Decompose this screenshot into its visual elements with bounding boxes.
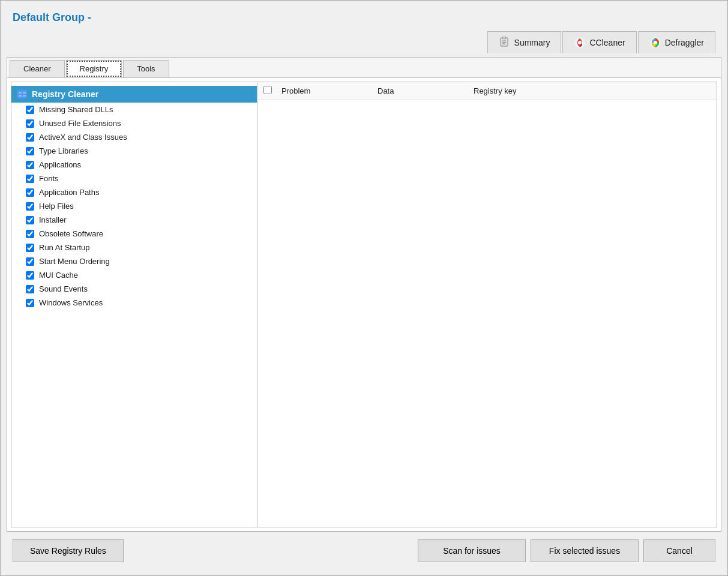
problem-column-header: Problem: [281, 86, 378, 95]
label-windows-services: Windows Services: [39, 298, 103, 307]
select-all-checkbox[interactable]: [263, 86, 272, 94]
svg-rect-10: [19, 92, 22, 94]
tab-ccleaner-label: CCleaner: [589, 38, 625, 47]
nav-tab-registry[interactable]: Registry: [66, 60, 122, 77]
checkbox-obsolete-software[interactable]: [26, 230, 34, 238]
checkbox-windows-services[interactable]: [26, 299, 34, 307]
results-body: [257, 100, 717, 527]
label-unused-file-extensions: Unused File Extensions: [39, 119, 121, 128]
content-area: Registry Cleaner Missing Shared DLLsUnus…: [11, 82, 717, 527]
tab-summary[interactable]: Summary: [487, 31, 562, 53]
registry-item-unused-file-extensions[interactable]: Unused File Extensions: [11, 116, 257, 130]
label-run-at-startup: Run At Startup: [39, 243, 90, 252]
registry-item-applications[interactable]: Applications: [11, 158, 257, 172]
svg-point-6: [578, 41, 582, 44]
svg-rect-13: [23, 95, 26, 97]
label-sound-events: Sound Events: [39, 284, 88, 293]
label-type-libraries: Type Libraries: [39, 146, 88, 155]
registry-item-fonts[interactable]: Fonts: [11, 172, 257, 185]
svg-rect-12: [19, 95, 22, 97]
scan-for-issues-button[interactable]: Scan for issues: [418, 539, 526, 562]
registry-item-start-menu-ordering[interactable]: Start Menu Ordering: [11, 254, 257, 268]
label-activex-class-issues: ActiveX and Class Issues: [39, 133, 127, 142]
registry-items-list: Missing Shared DLLsUnused File Extension…: [11, 103, 257, 310]
checkbox-mui-cache[interactable]: [26, 271, 34, 280]
label-mui-cache: MUI Cache: [39, 271, 78, 280]
registry-cleaner-icon: [16, 88, 28, 100]
fix-selected-issues-button[interactable]: Fix selected issues: [531, 539, 639, 562]
regkey-column-header: Registry key: [474, 86, 711, 95]
label-obsolete-software: Obsolete Software: [39, 229, 103, 238]
checkbox-start-menu-ordering[interactable]: [26, 257, 34, 266]
label-applications: Applications: [39, 160, 81, 169]
clipboard-icon: [499, 37, 511, 49]
defraggler-icon: [649, 37, 661, 49]
label-help-files: Help Files: [39, 202, 74, 211]
checkbox-help-files[interactable]: [26, 202, 34, 211]
checkbox-activex-class-issues[interactable]: [26, 133, 34, 142]
footer-bar: Save Registry Rules Scan for issues Fix …: [7, 532, 721, 569]
svg-rect-11: [23, 92, 26, 94]
checkbox-application-paths[interactable]: [26, 188, 34, 197]
registry-item-type-libraries[interactable]: Type Libraries: [11, 144, 257, 158]
registry-item-sound-events[interactable]: Sound Events: [11, 282, 257, 296]
nav-tab-tools[interactable]: Tools: [123, 60, 169, 77]
main-content: Cleaner Registry Tools: [7, 57, 721, 532]
registry-item-application-paths[interactable]: Application Paths: [11, 185, 257, 199]
checkbox-fonts[interactable]: [26, 175, 34, 183]
tab-summary-label: Summary: [514, 38, 550, 47]
label-start-menu-ordering: Start Menu Ordering: [39, 257, 110, 266]
checkbox-sound-events[interactable]: [26, 285, 34, 293]
checkbox-type-libraries[interactable]: [26, 147, 34, 155]
results-header: Problem Data Registry key: [257, 82, 717, 100]
registry-item-installer[interactable]: Installer: [11, 213, 257, 227]
nav-tab-cleaner[interactable]: Cleaner: [10, 60, 65, 77]
tab-defraggler-label: Defraggler: [665, 38, 704, 47]
checkbox-installer[interactable]: [26, 216, 34, 224]
registry-item-help-files[interactable]: Help Files: [11, 199, 257, 213]
nav-tab-bar: Cleaner Registry Tools: [7, 58, 721, 78]
checkbox-run-at-startup[interactable]: [26, 244, 34, 252]
checkbox-applications[interactable]: [26, 161, 34, 169]
app-window: Default Group - Summary: [0, 0, 728, 576]
registry-item-run-at-startup[interactable]: Run At Startup: [11, 241, 257, 254]
registry-cleaner-label: Registry Cleaner: [32, 89, 98, 99]
title-bar: Default Group -: [7, 7, 721, 31]
svg-point-8: [654, 41, 657, 44]
svg-rect-9: [17, 90, 27, 98]
label-fonts: Fonts: [39, 174, 59, 183]
data-column-header: Data: [378, 86, 474, 95]
registry-item-missing-shared-dlls[interactable]: Missing Shared DLLs: [11, 103, 257, 116]
select-all-col: [263, 86, 281, 96]
label-missing-shared-dlls: Missing Shared DLLs: [39, 105, 113, 114]
cancel-button[interactable]: Cancel: [643, 539, 715, 562]
label-installer: Installer: [39, 215, 67, 224]
page-title: Default Group -: [13, 11, 91, 23]
checkbox-unused-file-extensions[interactable]: [26, 119, 34, 128]
tab-defraggler[interactable]: Defraggler: [638, 31, 715, 53]
registry-item-mui-cache[interactable]: MUI Cache: [11, 268, 257, 282]
top-tab-bar: Summary CCleaner: [7, 31, 721, 53]
tab-ccleaner[interactable]: CCleaner: [562, 31, 636, 53]
registry-item-windows-services[interactable]: Windows Services: [11, 296, 257, 310]
checkbox-missing-shared-dlls[interactable]: [26, 106, 34, 114]
save-registry-rules-button[interactable]: Save Registry Rules: [13, 539, 124, 562]
ccleaner-icon: [574, 37, 586, 49]
svg-rect-1: [502, 37, 506, 38]
label-application-paths: Application Paths: [39, 188, 99, 197]
left-panel: Registry Cleaner Missing Shared DLLsUnus…: [11, 82, 257, 527]
registry-cleaner-header[interactable]: Registry Cleaner: [11, 86, 257, 103]
registry-item-obsolete-software[interactable]: Obsolete Software: [11, 227, 257, 241]
registry-item-activex-class-issues[interactable]: ActiveX and Class Issues: [11, 130, 257, 144]
right-panel: Problem Data Registry key: [257, 82, 717, 527]
